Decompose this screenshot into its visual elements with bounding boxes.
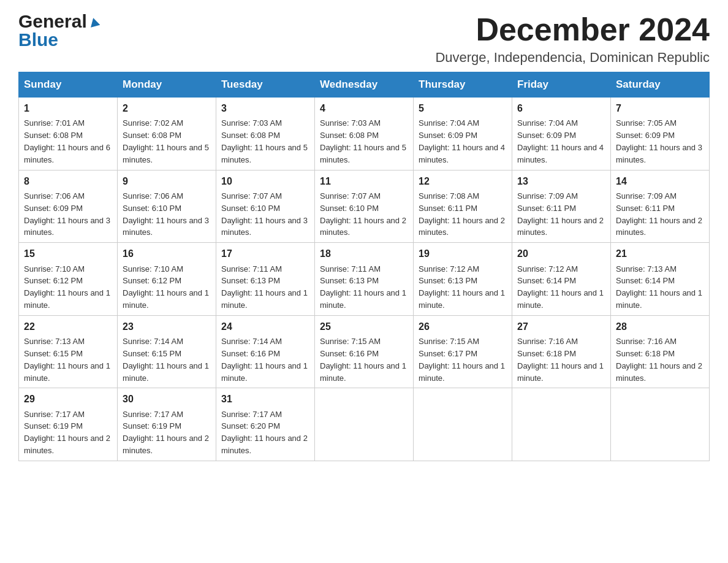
logo: General Blue [18, 12, 100, 49]
day-of-week-header: Wednesday [315, 72, 414, 98]
day-number: 1 [24, 101, 112, 115]
day-number: 23 [123, 320, 211, 334]
day-number: 3 [221, 101, 309, 115]
calendar-cell: 13 Sunrise: 7:09 AMSunset: 6:11 PMDaylig… [512, 170, 611, 243]
header: General Blue December 2024 Duverge, Inde… [18, 12, 710, 66]
day-info: Sunrise: 7:13 AMSunset: 6:14 PMDaylight:… [616, 264, 702, 310]
svg-marker-0 [89, 17, 100, 28]
day-number: 2 [123, 101, 211, 115]
day-number: 17 [221, 247, 309, 261]
calendar-cell: 24 Sunrise: 7:14 AMSunset: 6:16 PMDaylig… [216, 315, 315, 388]
day-number: 16 [123, 247, 211, 261]
day-number: 13 [517, 174, 605, 188]
calendar-cell: 8 Sunrise: 7:06 AMSunset: 6:09 PMDayligh… [19, 170, 118, 243]
day-info: Sunrise: 7:14 AMSunset: 6:16 PMDaylight:… [221, 337, 308, 383]
day-info: Sunrise: 7:17 AMSunset: 6:19 PMDaylight:… [123, 410, 209, 456]
calendar-cell: 9 Sunrise: 7:06 AMSunset: 6:10 PMDayligh… [118, 170, 216, 243]
day-info: Sunrise: 7:01 AMSunset: 6:08 PMDaylight:… [24, 118, 110, 164]
calendar-cell [611, 388, 710, 461]
day-info: Sunrise: 7:02 AMSunset: 6:08 PMDaylight:… [123, 118, 209, 164]
calendar-cell: 28 Sunrise: 7:16 AMSunset: 6:18 PMDaylig… [611, 315, 710, 388]
calendar-cell [414, 388, 512, 461]
logo-blue: Blue [18, 31, 58, 49]
day-info: Sunrise: 7:16 AMSunset: 6:18 PMDaylight:… [517, 337, 604, 383]
day-of-week-header: Saturday [611, 72, 710, 98]
day-number: 21 [616, 247, 704, 261]
calendar-cell: 27 Sunrise: 7:16 AMSunset: 6:18 PMDaylig… [512, 315, 611, 388]
calendar-week-row: 8 Sunrise: 7:06 AMSunset: 6:09 PMDayligh… [19, 170, 710, 243]
day-info: Sunrise: 7:05 AMSunset: 6:09 PMDaylight:… [616, 118, 702, 164]
day-number: 25 [320, 320, 408, 334]
day-number: 9 [123, 174, 211, 188]
day-number: 7 [616, 101, 704, 115]
day-number: 15 [24, 247, 112, 261]
day-info: Sunrise: 7:03 AMSunset: 6:08 PMDaylight:… [221, 118, 308, 164]
calendar-cell: 17 Sunrise: 7:11 AMSunset: 6:13 PMDaylig… [216, 243, 315, 316]
day-number: 19 [419, 247, 507, 261]
calendar-cell: 6 Sunrise: 7:04 AMSunset: 6:09 PMDayligh… [512, 98, 611, 170]
day-number: 8 [24, 174, 112, 188]
day-info: Sunrise: 7:11 AMSunset: 6:13 PMDaylight:… [320, 264, 406, 310]
calendar-cell: 15 Sunrise: 7:10 AMSunset: 6:12 PMDaylig… [19, 243, 118, 316]
calendar-cell: 2 Sunrise: 7:02 AMSunset: 6:08 PMDayligh… [118, 98, 216, 170]
calendar-week-row: 22 Sunrise: 7:13 AMSunset: 6:15 PMDaylig… [19, 315, 710, 388]
month-title: December 2024 [435, 12, 710, 47]
calendar-cell: 4 Sunrise: 7:03 AMSunset: 6:08 PMDayligh… [315, 98, 414, 170]
day-number: 28 [616, 320, 704, 334]
day-number: 18 [320, 247, 408, 261]
calendar-cell [315, 388, 414, 461]
day-number: 12 [419, 174, 507, 188]
day-info: Sunrise: 7:03 AMSunset: 6:08 PMDaylight:… [320, 118, 406, 164]
calendar-cell: 1 Sunrise: 7:01 AMSunset: 6:08 PMDayligh… [19, 98, 118, 170]
calendar-cell: 31 Sunrise: 7:17 AMSunset: 6:20 PMDaylig… [216, 388, 315, 461]
day-info: Sunrise: 7:04 AMSunset: 6:09 PMDaylight:… [419, 118, 505, 164]
calendar-cell: 23 Sunrise: 7:14 AMSunset: 6:15 PMDaylig… [118, 315, 216, 388]
calendar-cell: 29 Sunrise: 7:17 AMSunset: 6:19 PMDaylig… [19, 388, 118, 461]
day-info: Sunrise: 7:13 AMSunset: 6:15 PMDaylight:… [24, 337, 110, 383]
day-of-week-header: Sunday [19, 72, 118, 98]
calendar-cell: 18 Sunrise: 7:11 AMSunset: 6:13 PMDaylig… [315, 243, 414, 316]
logo-general: General [18, 12, 87, 31]
day-info: Sunrise: 7:17 AMSunset: 6:20 PMDaylight:… [221, 410, 308, 456]
day-of-week-header: Friday [512, 72, 611, 98]
title-area: December 2024 Duverge, Independencia, Do… [435, 12, 710, 66]
day-info: Sunrise: 7:07 AMSunset: 6:10 PMDaylight:… [221, 191, 308, 237]
day-number: 11 [320, 174, 408, 188]
day-number: 22 [24, 320, 112, 334]
day-info: Sunrise: 7:10 AMSunset: 6:12 PMDaylight:… [24, 264, 110, 310]
day-number: 10 [221, 174, 309, 188]
day-info: Sunrise: 7:12 AMSunset: 6:13 PMDaylight:… [419, 264, 505, 310]
calendar-cell: 11 Sunrise: 7:07 AMSunset: 6:10 PMDaylig… [315, 170, 414, 243]
day-number: 26 [419, 320, 507, 334]
calendar-cell: 22 Sunrise: 7:13 AMSunset: 6:15 PMDaylig… [19, 315, 118, 388]
day-of-week-header: Monday [118, 72, 216, 98]
day-number: 27 [517, 320, 605, 334]
day-info: Sunrise: 7:11 AMSunset: 6:13 PMDaylight:… [221, 264, 308, 310]
day-info: Sunrise: 7:06 AMSunset: 6:10 PMDaylight:… [123, 191, 209, 237]
calendar-cell: 30 Sunrise: 7:17 AMSunset: 6:19 PMDaylig… [118, 388, 216, 461]
calendar-cell: 5 Sunrise: 7:04 AMSunset: 6:09 PMDayligh… [414, 98, 512, 170]
calendar-cell: 14 Sunrise: 7:09 AMSunset: 6:11 PMDaylig… [611, 170, 710, 243]
day-number: 29 [24, 392, 112, 406]
location-title: Duverge, Independencia, Dominican Republ… [435, 50, 710, 66]
day-info: Sunrise: 7:10 AMSunset: 6:12 PMDaylight:… [123, 264, 209, 310]
day-number: 31 [221, 392, 309, 406]
calendar-cell: 10 Sunrise: 7:07 AMSunset: 6:10 PMDaylig… [216, 170, 315, 243]
calendar-cell: 12 Sunrise: 7:08 AMSunset: 6:11 PMDaylig… [414, 170, 512, 243]
day-info: Sunrise: 7:09 AMSunset: 6:11 PMDaylight:… [517, 191, 604, 237]
calendar-week-row: 29 Sunrise: 7:17 AMSunset: 6:19 PMDaylig… [19, 388, 710, 461]
day-info: Sunrise: 7:12 AMSunset: 6:14 PMDaylight:… [517, 264, 604, 310]
calendar-cell: 16 Sunrise: 7:10 AMSunset: 6:12 PMDaylig… [118, 243, 216, 316]
day-number: 5 [419, 101, 507, 115]
day-number: 14 [616, 174, 704, 188]
day-info: Sunrise: 7:15 AMSunset: 6:17 PMDaylight:… [419, 337, 505, 383]
day-info: Sunrise: 7:15 AMSunset: 6:16 PMDaylight:… [320, 337, 406, 383]
day-info: Sunrise: 7:16 AMSunset: 6:18 PMDaylight:… [616, 337, 702, 383]
day-number: 24 [221, 320, 309, 334]
day-number: 4 [320, 101, 408, 115]
day-info: Sunrise: 7:09 AMSunset: 6:11 PMDaylight:… [616, 191, 702, 237]
day-info: Sunrise: 7:07 AMSunset: 6:10 PMDaylight:… [320, 191, 406, 237]
calendar-cell: 25 Sunrise: 7:15 AMSunset: 6:16 PMDaylig… [315, 315, 414, 388]
day-info: Sunrise: 7:14 AMSunset: 6:15 PMDaylight:… [123, 337, 209, 383]
day-info: Sunrise: 7:17 AMSunset: 6:19 PMDaylight:… [24, 410, 110, 456]
